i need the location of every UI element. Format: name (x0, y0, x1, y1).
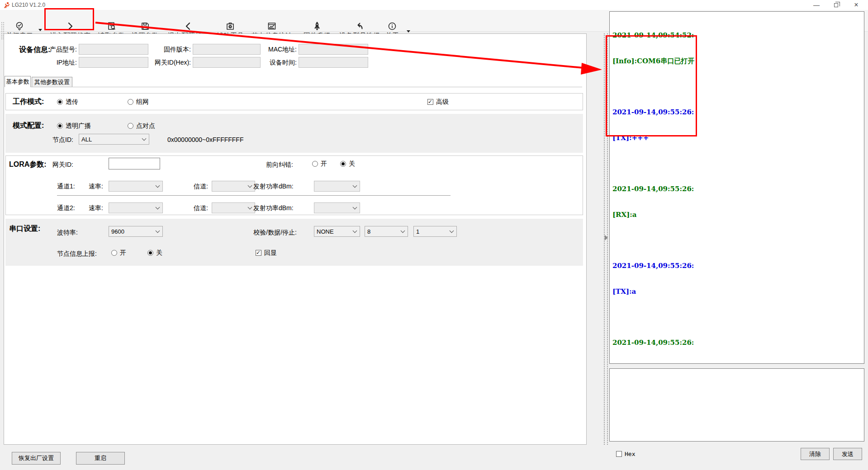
advanced-checkbox[interactable]: 高级 (427, 99, 449, 105)
channel2-power-select[interactable] (314, 202, 360, 213)
node-id-select[interactable]: ALL (79, 134, 149, 145)
radio-icon (128, 123, 133, 129)
node-id-label: 节点ID: (43, 136, 73, 144)
restore-icon (834, 3, 838, 7)
channel1-power-label: 发射功率dBm: (253, 183, 294, 191)
doc-search-icon (107, 21, 117, 31)
device-time-field[interactable] (299, 57, 368, 68)
data-bits-select[interactable]: 8 (365, 226, 408, 237)
close-button[interactable]: × (849, 0, 864, 10)
channel1-label: 通道1: (57, 183, 75, 191)
log-entry: 2021-09-14,09:55:26: [RX]:+OK (612, 321, 862, 364)
product-model-label: 产品型号: (36, 46, 77, 54)
tab-other-params[interactable]: 其他参数设置 (32, 77, 72, 87)
restore-button[interactable] (828, 0, 844, 10)
log-entry: 2021-09-14,09:54:52: [Info]:COM6串口已打开 (612, 14, 862, 83)
checkbox-icon (616, 451, 622, 457)
baud-label: 波特率: (57, 229, 78, 237)
rocket-icon (312, 21, 322, 31)
device-time-label: 设备时间: (256, 59, 297, 67)
hex-checkbox[interactable]: Hex (616, 451, 635, 457)
node-report-on-radio[interactable]: 开 (111, 249, 126, 256)
echo-checkbox[interactable]: 回显 (256, 249, 277, 256)
work-mode-transparent-radio[interactable]: 透传 (57, 99, 78, 105)
work-mode-networking-radio[interactable]: 组网 (128, 99, 149, 105)
fec-on-radio[interactable]: 开 (312, 160, 327, 167)
lora-gateway-id-input[interactable] (109, 158, 160, 169)
ip-address-field[interactable] (79, 57, 148, 68)
radio-icon (312, 161, 318, 167)
log-entry: 2021-09-14,09:55:26: [RX]:a (612, 168, 862, 236)
chevron-down-icon (156, 229, 160, 233)
window-title: LG210 V1.2.0 (12, 2, 45, 8)
channel2-rate-select[interactable] (109, 202, 163, 213)
send-input[interactable] (609, 368, 864, 442)
node-report-off-radio[interactable]: 关 (147, 249, 162, 256)
firmware-version-field[interactable] (193, 44, 261, 55)
channel1-power-select[interactable] (314, 181, 360, 192)
minimize-button[interactable]: — (809, 0, 824, 10)
tab-basic-params[interactable]: 基本参数 (5, 76, 31, 87)
mode-p2p-radio[interactable]: 点对点 (128, 122, 155, 129)
serial-section (5, 219, 583, 266)
baud-select[interactable]: 9600 (109, 226, 163, 237)
close-icon: × (854, 1, 858, 9)
app-logo-icon (3, 2, 9, 8)
chevron-down-icon (353, 205, 357, 210)
minimize-icon: — (813, 1, 820, 9)
chevron-down-icon (156, 183, 160, 188)
mac-address-field[interactable] (299, 44, 368, 55)
fec-off-radio[interactable]: 关 (340, 160, 355, 167)
ip-address-label: IP地址: (36, 59, 77, 67)
mode-broadcast-radio[interactable]: 透明广播 (57, 122, 91, 129)
channel2-channel-label: 信道: (194, 204, 208, 212)
channel-divider (57, 195, 451, 196)
node-report-label: 节点信息上报: (57, 250, 97, 258)
tab-page-border (5, 87, 582, 87)
log-entry: 2021-09-14,09:55:26: [TX]:a (612, 244, 862, 313)
checkbox-icon (256, 250, 261, 256)
mac-address-label: MAC地址: (256, 46, 297, 54)
radio-icon (340, 161, 346, 167)
channel2-label: 通道2: (57, 204, 75, 212)
title-bar: LG210 V1.2.0 — × (0, 0, 868, 10)
restart-button[interactable]: 重启 (76, 452, 125, 465)
send-button[interactable]: 发送 (833, 448, 862, 460)
radio-icon (57, 99, 63, 105)
chevron-down-icon (248, 183, 252, 188)
chevron-down-icon (450, 229, 454, 233)
chevron-down-icon (353, 229, 357, 233)
stop-bits-select[interactable]: 1 (413, 226, 457, 237)
toolbox-icon (225, 21, 235, 31)
checkbox-icon (427, 99, 433, 105)
serial-log[interactable]: 2021-09-14,09:54:52: [Info]:COM6串口已打开 20… (609, 11, 864, 364)
serial-dropdown-caret-icon[interactable] (38, 29, 42, 31)
channel1-rate-label: 速率: (89, 183, 103, 191)
node-id-range-text: 0x00000000~0xFFFFFFFF (167, 136, 243, 143)
radio-icon (147, 250, 153, 256)
mode-config-section (5, 114, 583, 153)
gateway-id-hex-field[interactable] (193, 57, 261, 68)
chevron-down-icon (156, 205, 160, 210)
channel2-channel-select[interactable] (212, 202, 255, 213)
chevron-right-icon (65, 21, 75, 31)
channel1-channel-select[interactable] (212, 181, 255, 192)
parity-select[interactable]: NONE (314, 226, 360, 237)
about-dropdown-caret-icon[interactable] (407, 30, 410, 33)
lora-gateway-id-label: 网关ID: (43, 161, 73, 169)
chevron-down-icon (248, 205, 252, 210)
chevron-left-icon (183, 21, 193, 31)
radio-icon (128, 99, 133, 105)
product-model-field[interactable] (79, 44, 148, 55)
parity-label: 校验/数据/停止: (248, 229, 297, 237)
chevron-down-icon (142, 136, 147, 141)
work-mode-section (5, 93, 583, 110)
factory-reset-button[interactable]: 恢复出厂设置 (12, 452, 61, 465)
radio-icon (111, 250, 117, 256)
panel-splitter[interactable] (603, 33, 609, 445)
firmware-version-label: 固件版本: (150, 46, 191, 54)
splitter-collapse-icon[interactable] (605, 235, 608, 240)
clear-button[interactable]: 清除 (801, 448, 830, 460)
serial-section-label: 串口设置: (9, 224, 40, 234)
channel1-rate-select[interactable] (109, 181, 163, 192)
